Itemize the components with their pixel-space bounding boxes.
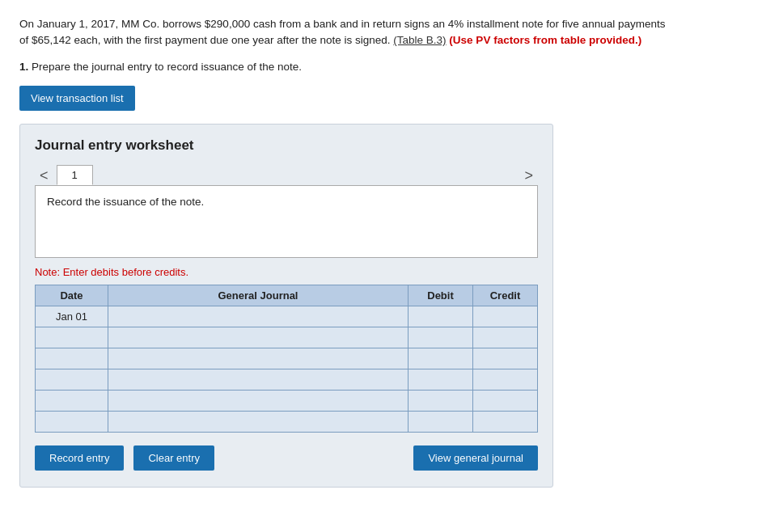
tab-content: Record the issuance of the note. <box>35 185 538 258</box>
intro-text1: On January 1, 2017, MM Co. borrows $290,… <box>19 18 665 30</box>
date-cell-0: Jan 01 <box>36 306 108 327</box>
note-debits: Note: Enter debits before credits. <box>35 266 538 278</box>
instruction-text: 1. Prepare the journal entry to record i… <box>19 61 743 73</box>
intro-paragraph: On January 1, 2017, MM Co. borrows $290,… <box>19 16 743 49</box>
credit-input-3[interactable] <box>473 369 537 390</box>
col-header-debit: Debit <box>409 285 473 306</box>
nav-left-arrow[interactable]: < <box>35 165 53 186</box>
tab-nav-row: < 1 > <box>35 165 538 186</box>
credit-cell-4[interactable] <box>473 390 538 411</box>
credit-cell-1[interactable] <box>473 327 538 348</box>
table-row <box>36 327 538 348</box>
date-cell-2[interactable] <box>36 348 108 369</box>
debit-input-3[interactable] <box>409 369 472 390</box>
gj-cell-3[interactable] <box>108 369 409 390</box>
credit-input-2[interactable] <box>473 348 537 369</box>
gj-input-5[interactable] <box>108 412 408 432</box>
debit-cell-2[interactable] <box>409 348 473 369</box>
gj-cell-5[interactable] <box>108 411 409 432</box>
gj-input-1[interactable] <box>108 327 408 348</box>
date-input-4[interactable] <box>36 391 108 411</box>
debit-cell-5[interactable] <box>409 411 473 432</box>
debit-input-1[interactable] <box>409 327 472 348</box>
table-row: Jan 01 <box>36 306 538 327</box>
instruction-body: Prepare the journal entry to record issu… <box>32 61 302 73</box>
tab-1[interactable]: 1 <box>57 165 93 185</box>
gj-cell-4[interactable] <box>108 390 409 411</box>
date-input-3[interactable] <box>36 369 108 390</box>
credit-cell-2[interactable] <box>473 348 538 369</box>
gj-input-4[interactable] <box>108 391 408 411</box>
view-general-journal-button[interactable]: View general journal <box>413 445 538 471</box>
table-row <box>36 390 538 411</box>
col-header-gj: General Journal <box>108 285 409 306</box>
worksheet-title: Journal entry worksheet <box>35 137 538 154</box>
date-input-1[interactable] <box>36 327 108 348</box>
debit-input-5[interactable] <box>409 412 472 432</box>
date-cell-5[interactable] <box>36 411 108 432</box>
credit-cell-0[interactable] <box>473 306 538 327</box>
pv-note: (Use PV factors from table provided.) <box>449 34 641 46</box>
table-row <box>36 348 538 369</box>
debit-input-0[interactable] <box>409 306 472 327</box>
clear-entry-button[interactable]: Clear entry <box>133 445 214 471</box>
gj-input-0[interactable] <box>108 306 408 327</box>
credit-input-0[interactable] <box>473 306 537 327</box>
col-header-credit: Credit <box>473 285 538 306</box>
credit-input-1[interactable] <box>473 327 537 348</box>
record-note: Record the issuance of the note. <box>47 196 526 208</box>
debit-cell-4[interactable] <box>409 390 473 411</box>
intro-text2: of $65,142 each, with the first payment … <box>19 34 391 46</box>
table-row <box>36 369 538 390</box>
gj-cell-2[interactable] <box>108 348 409 369</box>
journal-table: Date General Journal Debit Credit Jan 01 <box>35 285 538 433</box>
credit-input-5[interactable] <box>473 412 537 432</box>
gj-cell-0[interactable] <box>108 306 409 327</box>
debit-input-2[interactable] <box>409 348 472 369</box>
debit-cell-3[interactable] <box>409 369 473 390</box>
debit-input-4[interactable] <box>409 391 472 411</box>
table-link[interactable]: (Table B.3) <box>393 34 446 46</box>
date-input-2[interactable] <box>36 348 108 369</box>
gj-input-2[interactable] <box>108 348 408 369</box>
view-transaction-button[interactable]: View transaction list <box>19 86 135 111</box>
col-header-date: Date <box>36 285 108 306</box>
credit-cell-3[interactable] <box>473 369 538 390</box>
date-cell-3[interactable] <box>36 369 108 390</box>
date-cell-1[interactable] <box>36 327 108 348</box>
credit-cell-5[interactable] <box>473 411 538 432</box>
action-buttons-row: Record entry Clear entry View general jo… <box>35 445 538 471</box>
record-entry-button[interactable]: Record entry <box>35 445 124 471</box>
credit-input-4[interactable] <box>473 391 537 411</box>
date-cell-4[interactable] <box>36 390 108 411</box>
table-row <box>36 411 538 432</box>
gj-input-3[interactable] <box>108 369 408 390</box>
worksheet-container: Journal entry worksheet < 1 > Record the… <box>19 124 553 488</box>
nav-right-arrow[interactable]: > <box>519 165 538 186</box>
gj-cell-1[interactable] <box>108 327 409 348</box>
debit-cell-0[interactable] <box>409 306 473 327</box>
date-input-5[interactable] <box>36 412 108 432</box>
instruction-number: 1. <box>19 61 28 73</box>
debit-cell-1[interactable] <box>409 327 473 348</box>
